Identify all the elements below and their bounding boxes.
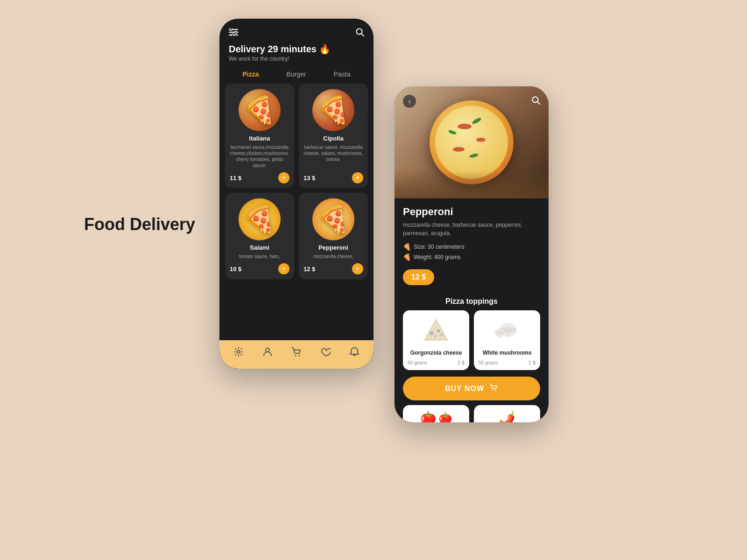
svg-point-25 — [492, 390, 493, 391]
svg-point-24 — [495, 331, 504, 335]
topping-name-gorgonzola: Gorgonzola cheese — [410, 350, 462, 356]
topping-card-mushrooms[interactable]: White mushrooms 50 grams 1 $ — [474, 310, 540, 370]
size-pizza-icon: 🍕 — [403, 243, 411, 251]
pizza-footer-cipolla: 13 $ + — [303, 172, 363, 183]
tab-burger[interactable]: Burger — [287, 70, 306, 78]
weight-pizza-icon: 🍕 — [403, 253, 411, 261]
topping-footer-mushrooms: 50 grams 1 $ — [479, 360, 536, 365]
add-italiana-button[interactable]: + — [278, 172, 289, 183]
add-pepperoni-button[interactable]: + — [352, 263, 363, 274]
pizza-desc-cipolla: barbecue sauce, mozzarella cheese, salam… — [303, 144, 363, 168]
svg-point-4 — [235, 31, 237, 34]
product-weight-row: 🍕 Weight: 400 grams — [403, 253, 540, 261]
svg-line-13 — [537, 102, 540, 104]
pizza-desc-pepperoni: mozzarella cheese, — [313, 253, 353, 259]
svg-point-5 — [232, 34, 234, 36]
product-name: Pepperoni — [403, 206, 540, 218]
product-detail-content: Pepperoni mozzarella cheese, barbecue sa… — [395, 198, 549, 422]
filter-icon[interactable] — [229, 28, 238, 38]
pizza-card-cipolla[interactable]: 🍕 Cipolla barbecue sauce, mozzarella che… — [299, 84, 368, 188]
svg-point-8 — [237, 350, 240, 353]
pizza-price-italiana: 11 $ — [230, 175, 241, 182]
pizza-card-pepperoni[interactable]: 🍕 Pepperoni mozzarella cheese, 12 $ + — [299, 193, 368, 279]
topping-card-gorgonzola[interactable]: Gorgonzola cheese 50 grams 2 $ — [403, 310, 469, 370]
phone1-menu-screen: Delivery 29 minutes 🔥 We work for the co… — [219, 19, 374, 369]
pizza-card-salami[interactable]: 🍕 Salami tomato sauce, ham, 10 $ + — [225, 193, 294, 279]
product-size: Size: 30 centimeters — [414, 244, 465, 250]
svg-point-26 — [495, 390, 496, 391]
cart-icon — [489, 383, 498, 394]
svg-point-11 — [299, 355, 300, 357]
pizza-price-cipolla: 13 $ — [303, 175, 315, 182]
pizza-price-salami: 10 $ — [230, 266, 241, 273]
pizza-image-pepperoni: 🍕 — [312, 198, 354, 240]
phone1-header — [219, 19, 374, 43]
delivery-subtitle: We work for the country! — [229, 56, 364, 62]
delivery-title: Delivery 29 minutes 🔥 — [229, 43, 364, 55]
add-salami-button[interactable]: + — [278, 263, 289, 274]
brand-title: Food Delivery — [84, 215, 195, 234]
pizza-name-cipolla: Cipolla — [323, 135, 343, 142]
pizza-grid: 🍕 Italiana bechamel sauce,mozzarella che… — [219, 84, 374, 279]
search-icon[interactable] — [356, 28, 364, 39]
category-tabs: Pizza Burger Pasta — [219, 67, 374, 84]
phone2-header-overlay: ‹ — [395, 86, 549, 116]
pizza-footer-salami: 10 $ + — [230, 263, 289, 274]
settings-nav-icon[interactable] — [233, 347, 244, 359]
pizza-card-italiana[interactable]: 🍕 Italiana bechamel sauce,mozzarella che… — [225, 84, 294, 188]
add-cipolla-button[interactable]: + — [352, 172, 363, 183]
toppings-grid: Gorgonzola cheese 50 grams 2 $ — [403, 310, 540, 370]
topping-price-mushrooms: 1 $ — [529, 360, 536, 365]
pizza-desc-italiana: bechamel sauce,mozzarella cheese,chicken… — [230, 144, 289, 168]
pizza-name-pepperoni: Pepperoni — [318, 244, 348, 251]
pizza-image-cipolla: 🍕 — [312, 89, 354, 131]
favorites-nav-icon[interactable] — [320, 347, 331, 359]
cart-nav-icon[interactable] — [291, 347, 302, 359]
pizza-price-pepperoni: 12 $ — [303, 266, 315, 273]
tab-pizza[interactable]: Pizza — [243, 70, 259, 78]
svg-point-9 — [266, 348, 269, 352]
toppings-title: Pizza toppings — [403, 297, 540, 306]
svg-point-10 — [295, 355, 296, 357]
pizza-desc-salami: tomato sauce, ham, — [239, 253, 280, 259]
pizza-footer-italiana: 11 $ + — [230, 172, 289, 183]
more-toppings-row: 🍅 🍅 🌶️ — [403, 405, 540, 422]
topping-card-pepper[interactable]: 🌶️ — [474, 405, 540, 422]
svg-point-3 — [230, 28, 233, 31]
svg-point-17 — [434, 336, 437, 338]
product-hero-image: ‹ — [395, 86, 549, 198]
profile-nav-icon[interactable] — [262, 347, 273, 359]
topping-image-gorgonzola — [422, 317, 450, 347]
phone2-detail-screen: ‹ Pepperoni mozzarella cheese, barbecue … — [395, 86, 549, 422]
pizza-image-salami: 🍕 — [239, 198, 281, 240]
pizza-name-salami: Salami — [250, 244, 269, 251]
detail-search-icon[interactable] — [532, 96, 540, 107]
notifications-nav-icon[interactable] — [349, 347, 359, 359]
pizza-footer-pepperoni: 12 $ + — [303, 263, 363, 274]
product-size-row: 🍕 Size: 30 centimeters — [403, 243, 540, 251]
buy-now-button[interactable]: BUY NOW — [403, 377, 540, 400]
svg-line-7 — [361, 34, 364, 36]
product-description: mozzarella cheese, barbecue sauce, peppe… — [403, 221, 540, 238]
topping-weight-mushrooms: 50 grams — [479, 360, 498, 365]
topping-image-mushrooms — [493, 317, 521, 347]
topping-name-mushrooms: White mushrooms — [483, 350, 532, 356]
topping-price-gorgonzola: 2 $ — [458, 360, 465, 365]
buy-now-label: BUY NOW — [445, 385, 484, 393]
svg-point-16 — [437, 329, 440, 332]
topping-weight-gorgonzola: 50 grams — [408, 360, 427, 365]
product-price-badge: 12 $ — [403, 269, 434, 285]
pizza-name-italiana: Italiana — [249, 135, 270, 142]
topping-footer-gorgonzola: 50 grams 2 $ — [408, 360, 465, 365]
pizza-image-italiana: 🍕 — [239, 89, 281, 131]
svg-point-18 — [440, 333, 443, 336]
tab-pasta[interactable]: Pasta — [334, 70, 351, 78]
bottom-navigation — [219, 340, 374, 369]
product-weight: Weight: 400 grams — [414, 254, 461, 260]
topping-card-tomato[interactable]: 🍅 🍅 — [403, 405, 469, 422]
delivery-info: Delivery 29 minutes 🔥 We work for the co… — [219, 43, 374, 67]
back-button[interactable]: ‹ — [403, 95, 416, 108]
svg-point-15 — [430, 331, 433, 335]
